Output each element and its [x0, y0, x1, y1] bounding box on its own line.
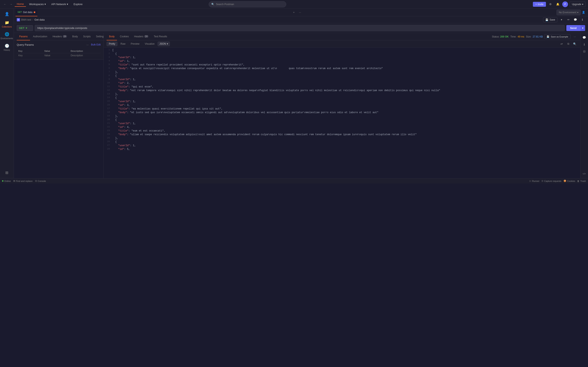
- info-icon-btn[interactable]: ℹ: [579, 17, 585, 23]
- runner-btn[interactable]: ▷ Runner: [530, 180, 539, 182]
- send-caret-button[interactable]: ▾: [580, 25, 585, 31]
- comment-sidebar-btn[interactable]: 💬: [581, 35, 587, 40]
- forward-button[interactable]: →: [9, 2, 13, 7]
- bulk-edit-btn[interactable]: Bulk Edit: [91, 43, 101, 46]
- notification-icon-btn[interactable]: 🔔: [555, 1, 561, 7]
- resp-tab-cookies[interactable]: Cookies: [117, 33, 131, 40]
- sidebar-item-collections[interactable]: 📁 Collections: [2, 19, 12, 30]
- tab-get-data[interactable]: GET Get data: [16, 8, 37, 16]
- code-line: 16 "id": 3,: [104, 103, 580, 107]
- settings-icon-btn[interactable]: ⚙: [548, 1, 553, 7]
- collections-icon: 📁: [5, 20, 9, 25]
- req-tab-body[interactable]: Body: [70, 33, 80, 40]
- req-tab-auth[interactable]: Authorization: [30, 33, 50, 40]
- online-dot: [2, 180, 3, 182]
- req-tab-headers[interactable]: Headers 24: [50, 33, 69, 40]
- online-status[interactable]: Online: [2, 180, 11, 182]
- size-label: Size: 27.81 KB: [526, 35, 543, 38]
- home-nav-btn[interactable]: Home: [15, 2, 26, 7]
- top-nav: ← → Home Workspaces ▾ API Network ▾ Expl…: [0, 0, 588, 8]
- line-content: "id": 1,: [112, 59, 580, 63]
- upgrade-button[interactable]: Upgrade ▾: [570, 2, 586, 7]
- line-content: },: [112, 92, 580, 96]
- resp-more-btn[interactable]: ···: [572, 34, 577, 39]
- code-line: 8 {: [104, 74, 580, 78]
- add-tab-btn[interactable]: +: [291, 10, 296, 15]
- send-button[interactable]: Send: [566, 25, 580, 31]
- line-number: 7: [104, 70, 112, 74]
- cookies-btn[interactable]: 🍪 Cookies: [563, 180, 575, 182]
- request-tabs: Params Authorization Headers 24 Body: [14, 33, 104, 40]
- code-line: 6 "body": "quia et suscipit\nsuscipit re…: [104, 67, 580, 70]
- code-line: 13 },: [104, 92, 580, 96]
- environment-selector[interactable]: No Environment ▾: [557, 9, 581, 15]
- find-replace-btn[interactable]: ⊞ Find and replace: [13, 180, 33, 182]
- edit-icon-btn[interactable]: ✏: [566, 17, 571, 23]
- wrap-btn[interactable]: ⇌: [559, 41, 564, 47]
- collection-icon: B: [17, 18, 20, 21]
- line-number: 17: [104, 107, 112, 111]
- sidebar-item-history[interactable]: 🕐 History: [2, 42, 12, 53]
- format-preview-btn[interactable]: Preview: [129, 42, 142, 46]
- format-selector[interactable]: JSON ▾: [158, 42, 170, 46]
- user-icon: 👤: [5, 12, 9, 16]
- sidebar-item-user[interactable]: 👤: [2, 10, 12, 18]
- format-raw-btn[interactable]: Raw: [118, 42, 128, 46]
- method-select[interactable]: GET ▾: [17, 25, 33, 31]
- left-sidebar: 👤 📁 Collections 🌐 Environments 🕐 History…: [0, 8, 14, 178]
- params-title: Query Params: [17, 43, 34, 46]
- line-number: 6: [104, 67, 112, 70]
- copy-btn[interactable]: ⧉: [566, 41, 571, 47]
- code-line: 27 "userId": 1,: [104, 144, 580, 147]
- format-visualize-btn[interactable]: Visualize: [143, 42, 157, 46]
- line-content: {: [112, 74, 580, 78]
- sidebar-item-environments[interactable]: 🌐 Environments: [2, 30, 12, 41]
- right-sidebar: 💬 ℹ ⊟ </>: [580, 33, 588, 178]
- line-number: 15: [104, 100, 112, 103]
- format-pretty-btn[interactable]: Pretty: [107, 42, 117, 46]
- resp-tab-headers[interactable]: Headers 24: [132, 33, 151, 40]
- save-button[interactable]: 💾 Save: [543, 17, 557, 22]
- time-label: Time: 49 ms: [510, 35, 524, 38]
- avatar-icon-btn[interactable]: P: [562, 1, 568, 7]
- comment-icon-btn[interactable]: 💬: [572, 17, 578, 23]
- resp-tab-body[interactable]: Body: [107, 33, 117, 40]
- layout-sidebar-btn[interactable]: ⊟: [581, 49, 587, 54]
- explore-nav-btn[interactable]: Explore: [71, 2, 85, 7]
- params-value-input[interactable]: [44, 54, 67, 57]
- code-sidebar-btn[interactable]: </>: [581, 171, 587, 176]
- code-line: 4 "id": 1,: [104, 59, 580, 63]
- search-bar[interactable]: 🔍 Search Postman: [209, 1, 286, 7]
- tabs-actions: + ···: [291, 10, 303, 15]
- sidebar-item-apps[interactable]: ⊞: [2, 169, 12, 176]
- resp-tab-test-results[interactable]: Test Results: [151, 33, 169, 40]
- url-input[interactable]: [35, 25, 565, 31]
- line-content: "title": "eum et est occaecati",: [112, 129, 580, 133]
- line-number: 24: [104, 133, 112, 136]
- save-caret-btn[interactable]: ▾: [559, 17, 564, 23]
- line-number: 14: [104, 96, 112, 100]
- invite-button[interactable]: + Invite: [533, 2, 546, 7]
- params-more-btn[interactable]: ···: [85, 42, 90, 47]
- workspaces-nav-btn[interactable]: Workspaces ▾: [27, 2, 48, 7]
- more-tabs-btn[interactable]: ···: [297, 10, 303, 15]
- code-viewer[interactable]: 1[2 {3 "userId": 1,4 "id": 1,5 "title": …: [104, 48, 580, 178]
- env-action-btn[interactable]: 👤: [581, 9, 586, 15]
- back-button[interactable]: ←: [2, 2, 7, 7]
- req-tab-params[interactable]: Params: [17, 33, 30, 40]
- params-key-input[interactable]: [18, 54, 41, 57]
- params-desc-input[interactable]: [71, 54, 96, 57]
- save-as-example-btn[interactable]: 💾 Save as Example: [544, 34, 571, 39]
- info-sidebar-btn[interactable]: ℹ: [581, 42, 587, 47]
- line-number: 10: [104, 81, 112, 85]
- params-input-row: [17, 53, 101, 58]
- trash-btn[interactable]: 🗑 Trash: [577, 180, 586, 182]
- console-btn[interactable]: ⊡ Console: [35, 180, 46, 182]
- search-code-btn[interactable]: 🔍: [572, 41, 577, 47]
- req-tab-scripts[interactable]: Scripts: [81, 33, 93, 40]
- api-network-nav-btn[interactable]: API Network ▾: [49, 2, 70, 7]
- line-content: },: [112, 114, 580, 118]
- capture-btn[interactable]: ⊙ Capture requests: [541, 180, 561, 182]
- code-line: 22 "id": 4,: [104, 125, 580, 129]
- send-btn-group: Send ▾: [566, 25, 585, 31]
